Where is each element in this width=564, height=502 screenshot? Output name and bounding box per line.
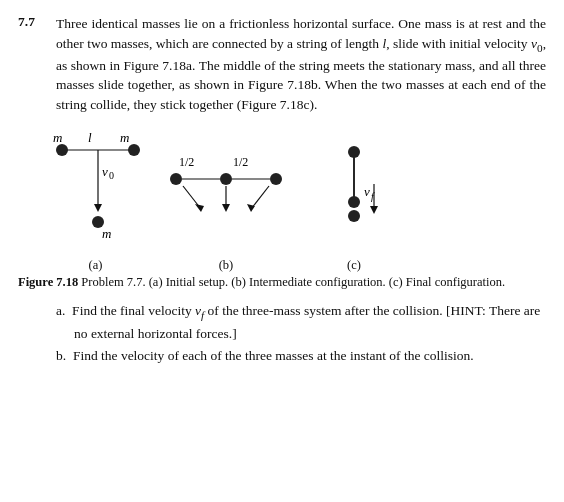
svg-point-28: [348, 196, 360, 208]
svg-marker-33: [370, 206, 378, 214]
fig-label-a: (a): [89, 258, 103, 273]
svg-text:1/2: 1/2: [233, 155, 248, 169]
figure-c: v f (c): [309, 124, 399, 273]
figure-diagrams: m l m v 0 m (a) 1/2: [48, 124, 546, 273]
parts-list: a. Find the final velocity vf of the thr…: [56, 301, 546, 366]
svg-point-17: [270, 173, 282, 185]
svg-text:0: 0: [109, 170, 114, 181]
svg-point-15: [170, 173, 182, 185]
svg-text:l: l: [88, 130, 92, 145]
problem-text: Three identical masses lie on a friction…: [56, 14, 546, 114]
svg-marker-21: [195, 204, 204, 212]
svg-text:1/2: 1/2: [179, 155, 194, 169]
svg-point-29: [348, 210, 360, 222]
fig-label-c: (c): [347, 258, 361, 273]
together-text: together: [128, 77, 172, 92]
svg-text:v: v: [364, 184, 370, 199]
part-a: a. Find the final velocity vf of the thr…: [56, 301, 546, 344]
problem-number: 7.7: [18, 14, 44, 114]
figure-caption: Figure 7.18 Problem 7.7. (a) Initial set…: [18, 273, 546, 291]
part-b: b. Find the velocity of each of the thre…: [56, 346, 546, 366]
diagram-c-svg: v f: [309, 124, 399, 254]
svg-point-27: [348, 146, 360, 158]
figure-a: m l m v 0 m (a): [48, 124, 143, 273]
diagram-b-svg: 1/2 1/2: [161, 124, 291, 254]
svg-marker-10: [94, 204, 102, 212]
fig-label-b: (b): [219, 258, 234, 273]
svg-marker-23: [222, 204, 230, 212]
diagram-a-svg: m l m v 0 m: [48, 124, 143, 254]
svg-text:m: m: [53, 130, 62, 145]
svg-point-16: [220, 173, 232, 185]
svg-text:v: v: [102, 164, 108, 179]
svg-text:m: m: [102, 226, 111, 241]
svg-point-4: [56, 144, 68, 156]
svg-text:m: m: [120, 130, 129, 145]
problem-header: 7.7 Three identical masses lie on a fric…: [18, 14, 546, 114]
svg-point-5: [128, 144, 140, 156]
figure-b: 1/2 1/2 (b): [161, 124, 291, 273]
svg-line-24: [251, 186, 269, 209]
